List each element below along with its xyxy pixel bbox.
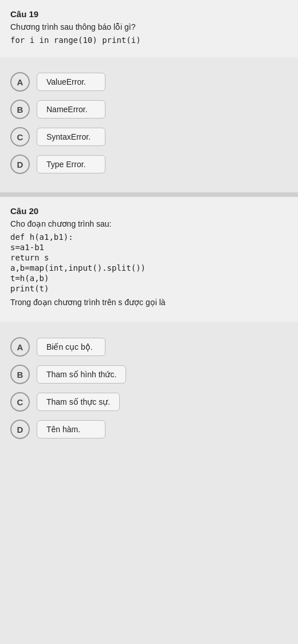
divider xyxy=(0,192,298,197)
q20-option-d-label[interactable]: Tên hàm. xyxy=(37,420,105,438)
q19-options: A ValueError. B NameError. C SyntaxError… xyxy=(0,62,298,192)
q20-option-a-label[interactable]: Biến cục bộ. xyxy=(37,338,105,356)
q19-option-b[interactable]: B NameError. xyxy=(10,100,288,119)
q20-code-line5: t=h(a,b) xyxy=(10,274,288,283)
q20-code-line1: def h(a1,b1): xyxy=(10,232,288,242)
q20-option-b-circle[interactable]: B xyxy=(10,365,30,384)
q20-code-line3: return s xyxy=(10,253,288,262)
q20-option-c-label[interactable]: Tham số thực sự. xyxy=(37,393,120,411)
q20-options: A Biến cục bộ. B Tham số hình thức. C Th… xyxy=(0,327,298,457)
q20-option-b-label[interactable]: Tham số hình thức. xyxy=(37,365,126,384)
q19-text-line1: Chương trình sau thông báo lỗi gì? xyxy=(10,21,288,33)
q19-option-b-circle[interactable]: B xyxy=(10,100,30,119)
q20-text-line2: Trong đoạn chương trình trên s được gọi … xyxy=(10,297,288,309)
q19-code: for i in range(10) print(i) xyxy=(10,35,288,45)
question-20-block: Câu 20 Cho đoạn chương trình sau: def h(… xyxy=(0,197,298,322)
q20-option-a-circle[interactable]: A xyxy=(10,337,30,357)
q19-option-d-circle[interactable]: D xyxy=(10,155,30,174)
q19-option-a-label[interactable]: ValueError. xyxy=(37,73,105,91)
q19-option-a[interactable]: A ValueError. xyxy=(10,72,288,92)
q19-option-c[interactable]: C SyntaxError. xyxy=(10,127,288,147)
q19-option-c-label[interactable]: SyntaxError. xyxy=(37,128,105,146)
q20-option-b[interactable]: B Tham số hình thức. xyxy=(10,365,288,384)
q19-option-a-circle[interactable]: A xyxy=(10,72,30,92)
question-19-block: Câu 19 Chương trình sau thông báo lỗi gì… xyxy=(0,0,298,57)
q19-option-c-circle[interactable]: C xyxy=(10,127,30,147)
q20-option-c[interactable]: C Tham số thực sự. xyxy=(10,392,288,412)
q20-code-line4: a,b=map(int,input().split()) xyxy=(10,263,288,272)
q20-option-d[interactable]: D Tên hàm. xyxy=(10,420,288,439)
q19-option-d[interactable]: D Type Error. xyxy=(10,155,288,174)
q20-code-line6: print(t) xyxy=(10,284,288,293)
q20-text-line1: Cho đoạn chương trình sau: xyxy=(10,218,288,230)
q20-option-d-circle[interactable]: D xyxy=(10,420,30,439)
q20-code-line2: s=a1-b1 xyxy=(10,243,288,252)
q19-option-d-label[interactable]: Type Error. xyxy=(37,155,105,173)
q20-option-a[interactable]: A Biến cục bộ. xyxy=(10,337,288,357)
q20-option-c-circle[interactable]: C xyxy=(10,392,30,412)
q19-option-b-label[interactable]: NameError. xyxy=(37,100,105,118)
q20-title: Câu 20 xyxy=(10,206,288,216)
q19-title: Câu 19 xyxy=(10,9,288,19)
